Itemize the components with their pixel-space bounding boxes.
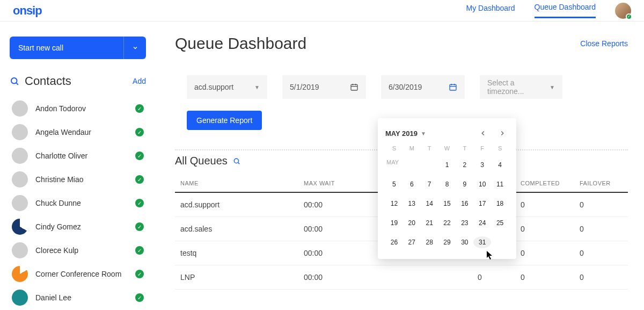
contact-name: Chuck Dunne	[35, 199, 128, 207]
calendar-day[interactable]: 28	[421, 236, 438, 248]
calendar-dow: M	[403, 145, 421, 152]
column-header: COMPLETED	[515, 172, 574, 192]
cell: 0	[515, 241, 574, 265]
calendar-day[interactable]: 9	[456, 178, 473, 190]
generate-report-button[interactable]: Generate Report	[187, 111, 262, 130]
calendar-day[interactable]: 18	[491, 198, 509, 210]
queue-select[interactable]: acd.support ▼	[187, 75, 267, 99]
date-to-value: 6/30/2019	[389, 83, 422, 91]
contact-name: Angela Wendaur	[35, 128, 128, 136]
calendar-day[interactable]: 15	[438, 198, 456, 210]
nav-queue-dashboard[interactable]: Queue Dashboard	[535, 3, 596, 18]
calendar-day[interactable]: 7	[421, 178, 438, 190]
calendar-icon	[350, 83, 358, 91]
calendar-day[interactable]: 30	[456, 236, 473, 248]
month-year-selector[interactable]: MAY 2019 ▼	[385, 129, 426, 138]
contact-row[interactable]: Cindy Gomez ✓	[10, 215, 146, 239]
calendar-day[interactable]: 3	[473, 159, 491, 171]
presence-online-icon: ✓	[135, 128, 144, 136]
calendar-day[interactable]: 12	[385, 198, 403, 210]
contact-name: Daniel Lee	[35, 293, 128, 302]
date-to-input[interactable]: 6/30/2019	[381, 75, 465, 99]
calendar-day[interactable]: 29	[438, 236, 456, 248]
queue-select-value: acd.support	[194, 83, 233, 91]
contact-row[interactable]: Angela Wendaur ✓	[10, 120, 146, 144]
calendar-day[interactable]: 14	[421, 198, 438, 210]
brand-logo: onsip	[13, 4, 42, 18]
timezone-select[interactable]: Select a timezone... ▼	[480, 75, 562, 99]
presence-online-icon: ✓	[135, 199, 144, 207]
calendar-day[interactable]: 4	[491, 159, 509, 171]
calendar-day[interactable]: 8	[438, 178, 456, 190]
next-month-button[interactable]	[496, 127, 509, 140]
calendar-dow: T	[421, 145, 438, 152]
add-contact-link[interactable]: Add	[133, 77, 146, 85]
cell: acd.support	[175, 192, 298, 217]
start-call-button[interactable]: Start new call	[10, 37, 123, 59]
start-call-dropdown[interactable]	[123, 37, 146, 59]
cell: 0	[515, 217, 574, 241]
contact-row[interactable]: Charlotte Oliver ✓	[10, 144, 146, 168]
calendar-day[interactable]: 19	[385, 217, 403, 229]
calendar-day[interactable]: 13	[403, 198, 421, 210]
cell: 0	[574, 265, 628, 290]
prev-month-button[interactable]	[477, 127, 489, 140]
contact-row[interactable]: Chuck Dunne ✓	[10, 191, 146, 215]
contact-row[interactable]: Clorece Kulp ✓	[10, 239, 146, 262]
calendar-day[interactable]: 26	[385, 236, 403, 248]
svg-point-10	[234, 158, 238, 163]
user-avatar[interactable]	[615, 3, 631, 19]
calendar-day[interactable]: 20	[403, 217, 421, 229]
search-icon[interactable]	[10, 76, 19, 86]
presence-online-icon	[626, 13, 632, 20]
contact-row[interactable]: Christine Miao ✓	[10, 168, 146, 191]
contact-name: Clorece Kulp	[35, 246, 128, 255]
cell: LNP	[175, 265, 298, 290]
calendar-day[interactable]: 11	[491, 178, 509, 190]
top-nav: My Dashboard Queue Dashboard	[466, 3, 631, 19]
chevron-right-icon	[499, 129, 506, 137]
calendar-day[interactable]: 27	[403, 236, 421, 248]
calendar-day[interactable]: 1	[438, 159, 456, 171]
page-title: Queue Dashboard	[175, 34, 306, 53]
calendar-day[interactable]: 6	[403, 178, 421, 190]
cell: acd.sales	[175, 217, 298, 241]
contact-row[interactable]: Andon Todorov ✓	[10, 97, 146, 120]
contact-row[interactable]: Daniel Lee ✓	[10, 286, 146, 309]
table-row[interactable]: LNP00:00000	[175, 265, 628, 290]
all-queues-heading: All Queues	[175, 155, 228, 167]
calendar-icon	[449, 83, 457, 91]
calendar-day[interactable]: 25	[491, 217, 509, 229]
calendar-day[interactable]: 2	[456, 159, 473, 171]
calendar-day[interactable]: 10	[473, 178, 491, 190]
calendar-day[interactable]: 23	[456, 217, 473, 229]
calendar-day[interactable]: 24	[473, 217, 491, 229]
calendar-day[interactable]: 17	[473, 198, 491, 210]
calendar-day[interactable]: 5	[385, 178, 403, 190]
svg-line-11	[238, 162, 239, 164]
cell: 0	[515, 192, 574, 217]
month-year-label: MAY 2019	[385, 129, 418, 138]
nav-my-dashboard[interactable]: My Dashboard	[466, 4, 515, 18]
cell: 0	[472, 265, 515, 290]
chevron-down-icon: ▼	[421, 131, 426, 136]
calendar-day[interactable]: 16	[456, 198, 473, 210]
contact-row[interactable]: Corner Conference Room ✓	[10, 262, 146, 286]
close-reports-link[interactable]: Close Reports	[580, 39, 628, 48]
calendar-day[interactable]: 22	[438, 217, 456, 229]
column-header: NAME	[175, 172, 298, 192]
calendar-day[interactable]: 31	[473, 236, 491, 248]
search-icon[interactable]	[233, 157, 240, 165]
avatar	[12, 290, 28, 306]
avatar	[12, 219, 28, 235]
presence-online-icon: ✓	[135, 246, 144, 255]
date-from-input[interactable]: 5/1/2019	[282, 75, 366, 99]
avatar	[12, 171, 28, 188]
contacts-heading: Contacts	[25, 74, 71, 88]
calendar-day[interactable]: 21	[421, 217, 438, 229]
contact-name: Charlotte Oliver	[35, 152, 128, 160]
avatar	[12, 195, 28, 211]
presence-online-icon: ✓	[135, 175, 144, 184]
avatar	[12, 266, 28, 282]
avatar	[12, 242, 28, 258]
